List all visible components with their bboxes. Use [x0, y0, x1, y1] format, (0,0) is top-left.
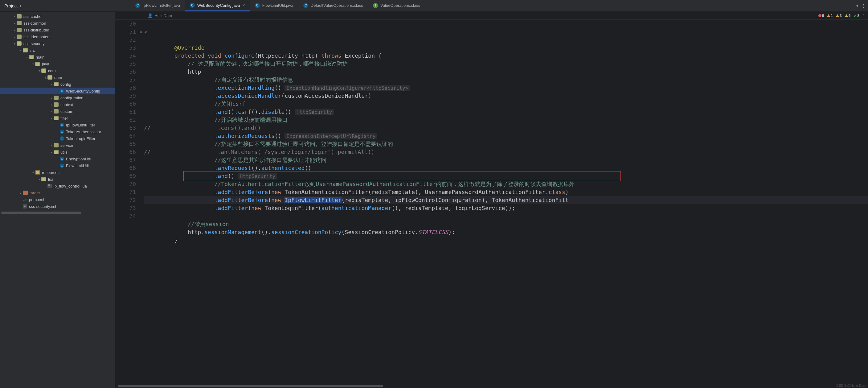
line-number[interactable]: 54 — [115, 52, 136, 60]
line-number[interactable]: 51 — [115, 28, 136, 36]
code-line[interactable]: .exceptionHandling() ExceptionHandlingCo… — [144, 84, 868, 92]
line-number[interactable]: 73 — [115, 204, 136, 212]
tree-item-configuration[interactable]: ▸configuration — [0, 94, 115, 101]
code-line[interactable]: // .antMatchers("/system/login/login").p… — [144, 148, 868, 156]
tree-item-filter[interactable]: ▾filter — [0, 115, 115, 121]
line-number[interactable]: 62 — [115, 116, 136, 124]
tree-item-target[interactable]: ▸target — [0, 189, 115, 196]
chevron-down-icon[interactable]: ▾ — [43, 76, 48, 79]
tree-item-tokenloginfilter[interactable]: CTokenLoginFilter — [0, 135, 115, 142]
inspection-summary[interactable]: 6 1 3 6 ✔8 ˄ — [818, 13, 864, 18]
tree-item-flowlimitutil[interactable]: CFlowLimitUtil — [0, 162, 115, 169]
chevron-down-icon[interactable]: ▾ — [31, 171, 35, 174]
tab-flowlimitutil-java[interactable]: CFlowLimitUtil.java — [250, 0, 299, 11]
chevron-right-icon[interactable]: ▸ — [49, 110, 54, 113]
code-line[interactable]: .and().csrf().disable() HttpSecurity — [144, 108, 868, 116]
tab-defaultvalueoperations-class[interactable]: CDefaultValueOperations.class — [299, 0, 368, 11]
project-tree[interactable]: ▸sss-cache▸sss-common▸sss-distributed▸ss… — [0, 12, 115, 388]
chevron-down-icon[interactable]: ▾ — [49, 83, 54, 86]
code-line[interactable]: .addFilterBefore(new IpFlowLimitFilter(r… — [144, 196, 868, 204]
line-number[interactable]: 70 — [115, 180, 136, 188]
code-line[interactable]: .and() HttpSecurity — [144, 172, 868, 180]
warn2-count[interactable]: 3 — [836, 13, 842, 18]
line-number[interactable]: 64 — [115, 132, 136, 140]
tab-ipflowlimitfilter-java[interactable]: CIpFlowLimitFilter.java — [130, 0, 185, 11]
chevron-down-icon[interactable]: ▾ — [25, 56, 29, 59]
chevron-down-icon[interactable]: ▾ — [37, 69, 41, 72]
tree-item-config[interactable]: ▾config — [0, 81, 115, 88]
line-number[interactable]: 52 — [115, 36, 136, 44]
ok-count[interactable]: ✔8 — [854, 13, 859, 18]
code-line[interactable]: //关闭csrf — [144, 100, 868, 108]
tab-valueoperations-class[interactable]: IValueOperations.class — [368, 0, 425, 11]
tree-item-utils[interactable]: ▾utils — [0, 149, 115, 155]
line-number[interactable]: 55 — [115, 60, 136, 68]
tabs-more-icon[interactable]: ⋮ — [862, 3, 866, 8]
tree-item-pom-xml[interactable]: mpom.xml — [0, 196, 115, 203]
line-number[interactable]: 57 — [115, 76, 136, 84]
tree-item-com[interactable]: ▾com — [0, 67, 115, 74]
line-number[interactable]: 50 — [115, 20, 136, 28]
line-number[interactable]: 60 — [115, 100, 136, 108]
tree-item-resources[interactable]: ▾resources — [0, 169, 115, 176]
gutter[interactable]: 5051525354555657585960616263646566676869… — [115, 20, 144, 384]
code-line[interactable]: .addFilter(new TokenLoginFilter(authenti… — [144, 204, 868, 212]
code-line[interactable]: //开启跨域以便前端调用接口 — [144, 116, 868, 124]
chevron-down-icon[interactable]: ▾ — [49, 117, 54, 120]
code-line[interactable]: protected void configure(HttpSecurity ht… — [144, 52, 868, 60]
code-line[interactable]: // 这是配置的关键，决定哪些接口开启防护，哪些接口绕过防护 — [144, 60, 868, 68]
line-number[interactable]: 53 — [115, 44, 136, 52]
line-number[interactable]: 63 — [115, 124, 136, 132]
line-number[interactable]: 74 — [115, 212, 136, 220]
close-icon[interactable]: × — [242, 3, 245, 8]
tree-item-lua[interactable]: ▾lua — [0, 176, 115, 183]
code-line[interactable]: http — [144, 68, 868, 76]
project-tool-label[interactable]: Project ▾ — [0, 3, 26, 8]
line-number[interactable]: 68 — [115, 164, 136, 172]
code-line[interactable]: .addFilterBefore(new TokenAuthentication… — [144, 188, 868, 196]
chevron-right-icon[interactable]: ▸ — [49, 144, 54, 147]
chevron-right-icon[interactable]: ▸ — [12, 28, 17, 32]
line-number[interactable]: 58 — [115, 84, 136, 92]
line-number[interactable]: 59 — [115, 92, 136, 100]
chevron-down-icon[interactable]: ▾ — [49, 150, 54, 154]
tree-item-ip_flow_control-lua[interactable]: ip_flow_control.lua — [0, 183, 115, 189]
tree-h-scrollbar[interactable] — [0, 212, 115, 215]
tree-item-sss-cache[interactable]: ▸sss-cache — [0, 13, 115, 20]
tree-item-sss-common[interactable]: ▸sss-common — [0, 20, 115, 27]
code-line[interactable]: //指定某些接口不需要通过验证即可访问。登陆接口肯定是不需要认证的 — [144, 140, 868, 148]
tree-item-sss-distributed[interactable]: ▸sss-distributed — [0, 27, 115, 33]
tree-item-sss-idempotent[interactable]: ▸sss-idempotent — [0, 33, 115, 40]
tree-item-ipflowlimitfilter[interactable]: CIpFlowLimitFilter — [0, 121, 115, 128]
insp-up-icon[interactable]: ˄ — [863, 13, 864, 18]
errors-count[interactable]: 6 — [818, 13, 824, 18]
tree-item-custom[interactable]: ▸custom — [0, 108, 115, 115]
code-line[interactable] — [144, 212, 868, 220]
line-number[interactable]: 66 — [115, 148, 136, 156]
chevron-down-icon[interactable]: ▾ — [19, 49, 23, 52]
code-line[interactable]: // .cors().and() — [144, 124, 868, 132]
chevron-right-icon[interactable]: ▸ — [49, 96, 54, 100]
code-line[interactable]: //自定义没有权限时的报错信息 — [144, 76, 868, 84]
line-number[interactable]: 65 — [115, 140, 136, 148]
tree-item-src[interactable]: ▾src — [0, 47, 115, 54]
tree-item-sss-security[interactable]: ▾sss-security — [0, 40, 115, 47]
warn1-count[interactable]: 1 — [827, 13, 833, 18]
weak-count[interactable]: 6 — [845, 13, 851, 18]
chevron-right-icon[interactable]: ▸ — [49, 103, 54, 107]
code-line[interactable]: } — [144, 236, 868, 244]
chevron-down-icon[interactable]: ▾ — [37, 178, 41, 181]
code-line[interactable]: //TokenAuthenticationFilter放到UsernamePas… — [144, 180, 868, 188]
chevron-right-icon[interactable]: ▸ — [12, 35, 17, 38]
chevron-down-icon[interactable]: ▾ — [12, 42, 17, 45]
line-number[interactable]: 71 — [115, 188, 136, 196]
line-number[interactable]: 56 — [115, 68, 136, 76]
code-area[interactable]: @Override protected void configure(HttpS… — [144, 20, 868, 384]
chevron-down-icon[interactable]: ▾ — [31, 62, 35, 66]
chevron-right-icon[interactable]: ▸ — [19, 191, 23, 195]
tree-item-context[interactable]: ▸context — [0, 101, 115, 108]
editor[interactable]: 👤 HelloDam 6 1 3 6 ✔8 ˄ 5051525354555657… — [115, 12, 868, 388]
tree-item-main[interactable]: ▾main — [0, 54, 115, 60]
chevron-right-icon[interactable]: ▸ — [12, 15, 17, 18]
tree-item-java[interactable]: ▾java — [0, 60, 115, 67]
